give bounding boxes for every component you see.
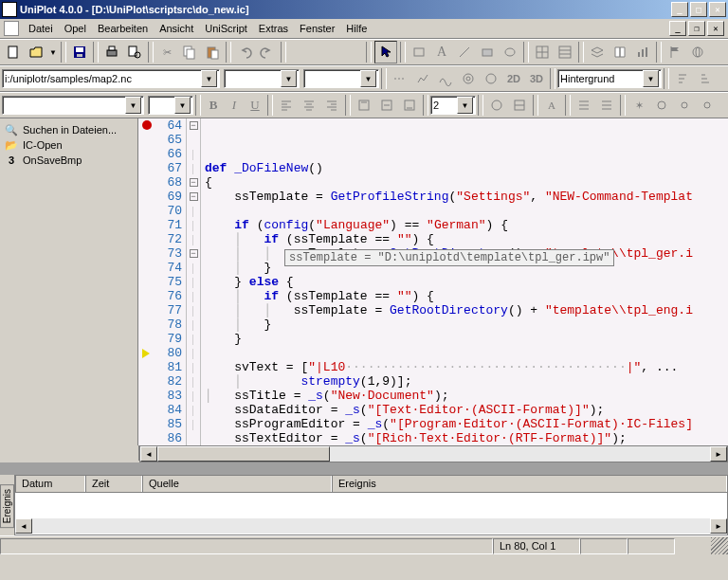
valign-bot-icon[interactable] xyxy=(399,95,420,116)
menu-hilfe[interactable]: Hilfe xyxy=(340,21,373,36)
grid-tool-icon[interactable] xyxy=(532,42,553,63)
contour-icon[interactable] xyxy=(458,68,479,89)
log-col-ereignis[interactable]: Ereignis xyxy=(332,476,727,492)
maximize-button[interactable]: □ xyxy=(690,2,707,17)
scroll-right-icon[interactable]: ► xyxy=(710,518,727,534)
book-icon[interactable] xyxy=(610,42,630,63)
cut-button[interactable]: ✂ xyxy=(156,42,177,63)
globe2-icon[interactable] xyxy=(486,95,507,116)
menu-opel[interactable]: Opel xyxy=(59,21,92,36)
path-combo[interactable]: i:/uniplotr/samples/map2.nc▼ xyxy=(2,69,220,88)
line-tool-icon[interactable] xyxy=(454,42,475,63)
size-combo[interactable]: ▼ xyxy=(148,96,193,115)
copy-button[interactable] xyxy=(179,42,200,63)
underline-button[interactable]: U xyxy=(245,95,265,116)
italic-button[interactable]: I xyxy=(224,95,245,116)
log-col-zeit[interactable]: Zeit xyxy=(85,476,142,492)
menu-uniscript[interactable]: UniScript xyxy=(199,21,253,36)
mdi-icon[interactable] xyxy=(4,21,19,36)
log-scrollbar[interactable]: ◄ ► xyxy=(15,518,727,534)
menu-bearbeiten[interactable]: Bearbeiten xyxy=(92,21,154,36)
chevron-down-icon[interactable]: ▼ xyxy=(281,70,297,87)
combo-2[interactable]: ▼ xyxy=(224,69,300,88)
sidebar-item-onsavebmp[interactable]: 3OnSaveBmp xyxy=(2,153,136,168)
code-editor[interactable]: 6465666768697071727374757677787980818283… xyxy=(138,118,728,445)
chevron-down-icon[interactable]: ▼ xyxy=(643,70,659,87)
h-scrollbar[interactable]: ◄ ► xyxy=(139,445,728,462)
save-button[interactable] xyxy=(69,42,90,63)
valign-top-icon[interactable] xyxy=(354,95,374,116)
redo-button[interactable] xyxy=(257,42,278,63)
minimize-button[interactable]: _ xyxy=(671,2,688,17)
menu-extras[interactable]: Extras xyxy=(253,21,294,36)
chevron-down-icon[interactable]: ▼ xyxy=(125,97,141,114)
open-button[interactable] xyxy=(26,42,46,63)
print-preview-button[interactable] xyxy=(124,42,145,63)
cursor-icon[interactable] xyxy=(374,41,397,63)
mdi-minimize-button[interactable]: _ xyxy=(669,21,686,36)
scroll-thumb[interactable] xyxy=(157,446,330,462)
ring-icon[interactable] xyxy=(651,95,672,116)
dash-line-icon[interactable] xyxy=(390,68,410,89)
link2-icon[interactable] xyxy=(697,95,718,116)
mdi-close-button[interactable]: ✕ xyxy=(707,21,724,36)
mdi-restore-button[interactable]: ❐ xyxy=(688,21,705,36)
link-icon[interactable] xyxy=(674,95,695,116)
resize-grip[interactable] xyxy=(711,537,728,554)
flag-icon[interactable] xyxy=(664,42,685,63)
text-color-icon[interactable]: A xyxy=(541,95,562,116)
chevron-down-icon[interactable]: ▼ xyxy=(174,97,191,114)
mesh-icon[interactable] xyxy=(412,68,433,89)
paste-button[interactable] xyxy=(202,42,223,63)
combo-3[interactable]: ▼ xyxy=(303,69,379,88)
scroll-left-icon[interactable]: ◄ xyxy=(140,446,157,462)
sort-desc-icon[interactable] xyxy=(695,68,716,89)
undo-button[interactable] xyxy=(234,42,255,63)
bg-combo[interactable]: Hintergrund▼ xyxy=(557,69,662,88)
menu-fenster[interactable]: Fenster xyxy=(294,21,340,36)
code-area[interactable]: def _DoFileNew(){ ssTemplate = GetProfil… xyxy=(201,118,728,445)
close-button[interactable]: ✕ xyxy=(709,2,726,17)
surface-icon[interactable] xyxy=(435,68,456,89)
num-combo[interactable]: 2▼ xyxy=(430,96,476,115)
font-combo[interactable]: ▼ xyxy=(2,96,144,115)
shape-tool-icon[interactable] xyxy=(477,42,498,63)
align-left-icon[interactable] xyxy=(276,95,297,116)
sidebar-item-icopen[interactable]: 📂IC-Open xyxy=(2,137,136,153)
2d-button[interactable]: 2D xyxy=(503,68,524,89)
sort-asc-icon[interactable] xyxy=(672,68,693,89)
chevron-down-icon[interactable]: ▼ xyxy=(201,70,217,87)
sidebar-item-search[interactable]: 🔍Suchen in Dateien... xyxy=(2,122,136,137)
log-col-datum[interactable]: Datum xyxy=(15,476,85,492)
fold-column[interactable]: −││−−│││−││││││││││││ xyxy=(187,118,201,445)
log-col-quelle[interactable]: Quelle xyxy=(142,476,332,492)
text-tool-icon[interactable]: A xyxy=(431,42,452,63)
align-center-icon[interactable] xyxy=(299,95,319,116)
log-tab[interactable]: Ereignis xyxy=(0,484,14,528)
chart-icon[interactable] xyxy=(632,42,653,63)
print-button[interactable] xyxy=(101,42,122,63)
chevron-down-icon[interactable]: ▼ xyxy=(360,70,376,87)
new-button[interactable] xyxy=(3,42,24,63)
align-right-icon[interactable] xyxy=(321,95,342,116)
menu-datei[interactable]: Datei xyxy=(23,21,59,36)
para1-icon[interactable] xyxy=(573,95,594,116)
circle-icon[interactable] xyxy=(481,68,501,89)
globe-icon[interactable] xyxy=(687,42,708,63)
rect-tool-icon[interactable] xyxy=(409,42,429,63)
scroll-left-icon[interactable]: ◄ xyxy=(15,518,32,534)
layers-icon[interactable] xyxy=(587,42,608,63)
star-icon[interactable]: ✶ xyxy=(628,95,649,116)
para2-icon[interactable] xyxy=(596,95,617,116)
chevron-down-icon[interactable]: ▼ xyxy=(457,97,473,114)
dropdown-icon[interactable]: ▼ xyxy=(48,42,58,63)
scroll-right-icon[interactable]: ► xyxy=(710,446,727,462)
valign-mid-icon[interactable] xyxy=(376,95,397,116)
menu-ansicht[interactable]: Ansicht xyxy=(154,21,199,36)
ellipse-tool-icon[interactable] xyxy=(500,42,520,63)
table-icon[interactable] xyxy=(509,95,530,116)
svg-rect-19 xyxy=(559,46,571,58)
bold-button[interactable]: B xyxy=(203,95,224,116)
3d-button[interactable]: 3D xyxy=(526,68,547,89)
grid2-tool-icon[interactable] xyxy=(555,42,575,63)
